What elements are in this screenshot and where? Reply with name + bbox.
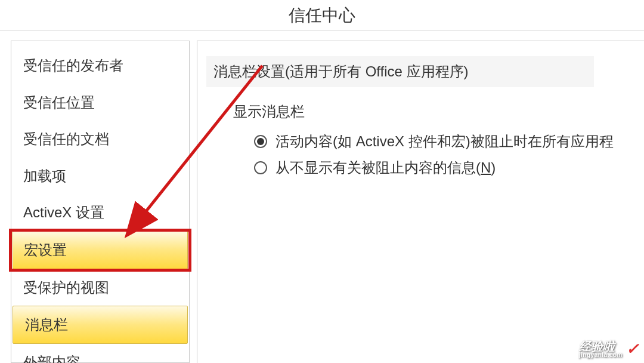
subsection-show-message-bar: 显示消息栏 活动内容(如 ActiveX 控件和宏)被阻止时在所有应用程 从不显… bbox=[233, 102, 635, 177]
radio-label: 活动内容(如 ActiveX 控件和宏)被阻止时在所有应用程 bbox=[275, 132, 614, 151]
dialog-body: 受信任的发布者 受信任位置 受信任的文档 加载项 ActiveX 设置 宏设置 … bbox=[11, 41, 644, 363]
sidebar-item-label: 受信任的发布者 bbox=[23, 57, 123, 73]
watermark-main: 经验啦 bbox=[579, 340, 623, 352]
sidebar-item-label: 受信任的文档 bbox=[23, 131, 109, 147]
radio-never-show[interactable]: 从不显示有关被阻止内容的信息(N) bbox=[254, 158, 635, 177]
section-title: 消息栏设置(适用于所有 Office 应用程序) bbox=[206, 56, 594, 87]
sidebar-item-activex[interactable]: ActiveX 设置 bbox=[11, 194, 189, 231]
sidebar-item-trusted-locations[interactable]: 受信任位置 bbox=[11, 84, 189, 121]
sidebar-item-label: ActiveX 设置 bbox=[23, 204, 104, 220]
watermark-sub: jingyanla.com bbox=[579, 352, 623, 358]
sidebar-item-protected-view[interactable]: 受保护的视图 bbox=[11, 269, 189, 306]
sidebar-item-addins[interactable]: 加载项 bbox=[11, 158, 189, 195]
radio-show-when-blocked[interactable]: 活动内容(如 ActiveX 控件和宏)被阻止时在所有应用程 bbox=[254, 132, 635, 151]
sidebar-item-label: 受信任位置 bbox=[23, 94, 95, 110]
check-icon: ✓ bbox=[626, 340, 639, 358]
radio-icon bbox=[254, 161, 267, 174]
sidebar-item-label: 外部内容 bbox=[23, 354, 80, 363]
radio-label: 从不显示有关被阻止内容的信息(N) bbox=[275, 158, 496, 177]
radio-icon bbox=[254, 135, 267, 148]
sidebar-item-message-bar[interactable]: 消息栏 bbox=[13, 306, 188, 344]
sidebar-item-label: 消息栏 bbox=[25, 316, 68, 333]
radio-selected-dot bbox=[257, 138, 264, 145]
radio-group: 活动内容(如 ActiveX 控件和宏)被阻止时在所有应用程 从不显示有关被阻止… bbox=[254, 132, 635, 177]
sidebar-item-label: 受保护的视图 bbox=[23, 279, 109, 296]
dialog-title: 信任中心 bbox=[289, 4, 355, 27]
sidebar-item-label: 宏设置 bbox=[24, 242, 67, 258]
subsection-label: 显示消息栏 bbox=[233, 102, 635, 121]
dialog-header: 信任中心 bbox=[0, 0, 644, 31]
content-panel: 消息栏设置(适用于所有 Office 应用程序) 显示消息栏 活动内容(如 Ac… bbox=[197, 41, 644, 363]
sidebar-item-trusted-documents[interactable]: 受信任的文档 bbox=[11, 121, 189, 158]
trust-center-sidebar: 受信任的发布者 受信任位置 受信任的文档 加载项 ActiveX 设置 宏设置 … bbox=[11, 41, 190, 363]
sidebar-item-external-content[interactable]: 外部内容 bbox=[11, 344, 189, 363]
sidebar-item-macro-settings[interactable]: 宏设置 bbox=[11, 231, 189, 269]
sidebar-item-label: 加载项 bbox=[23, 168, 66, 184]
watermark: 经验啦 jingyanla.com ✓ bbox=[579, 340, 639, 358]
sidebar-item-trusted-publishers[interactable]: 受信任的发布者 bbox=[11, 47, 189, 84]
